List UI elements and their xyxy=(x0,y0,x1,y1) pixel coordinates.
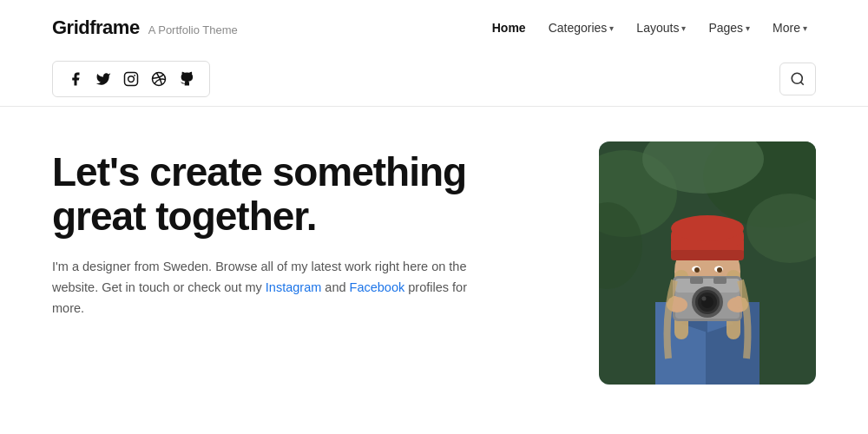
dribbble-icon[interactable] xyxy=(147,67,171,91)
nav-pages[interactable]: Pages ▾ xyxy=(700,16,759,40)
search-icon xyxy=(790,71,806,87)
toolbar xyxy=(0,52,868,107)
facebook-icon[interactable] xyxy=(63,67,88,91)
instagram-icon[interactable] xyxy=(119,67,143,91)
nav-categories[interactable]: Categories ▾ xyxy=(540,16,623,40)
brand-tagline: A Portfolio Theme xyxy=(148,23,238,36)
chevron-down-icon: ▾ xyxy=(681,23,686,33)
hero-desc-part2: and xyxy=(321,280,349,294)
hero-image xyxy=(599,141,816,385)
svg-point-2 xyxy=(134,75,135,76)
hero-description: I'm a designer from Sweden. Browse all o… xyxy=(52,257,469,319)
svg-rect-39 xyxy=(713,277,727,284)
svg-point-1 xyxy=(128,76,135,82)
chevron-down-icon: ▾ xyxy=(803,23,807,33)
instagram-link[interactable]: Instagram xyxy=(266,280,321,294)
hero-section: Let's create something great together. I… xyxy=(0,107,868,411)
svg-point-37 xyxy=(702,297,707,301)
hero-title: Let's create something great together. xyxy=(52,150,538,238)
chevron-down-icon: ▾ xyxy=(609,23,614,33)
svg-point-24 xyxy=(671,215,744,241)
svg-line-5 xyxy=(800,82,803,84)
facebook-link[interactable]: Facebook xyxy=(350,280,405,294)
github-icon[interactable] xyxy=(174,67,199,91)
social-icons-bar xyxy=(52,61,210,97)
nav-home[interactable]: Home xyxy=(483,16,535,40)
svg-point-28 xyxy=(694,267,700,273)
svg-rect-0 xyxy=(125,73,138,86)
main-nav: Home Categories ▾ Layouts ▾ Pages ▾ More… xyxy=(483,16,816,40)
nav-more[interactable]: More ▾ xyxy=(764,16,816,40)
brand: Gridframe A Portfolio Theme xyxy=(52,16,238,39)
svg-point-29 xyxy=(717,267,722,273)
svg-rect-25 xyxy=(671,250,744,260)
nav-layouts[interactable]: Layouts ▾ xyxy=(628,16,694,40)
hero-photo-svg xyxy=(599,141,816,385)
svg-point-4 xyxy=(792,73,802,83)
twitter-icon[interactable] xyxy=(91,67,115,91)
svg-rect-38 xyxy=(690,277,703,284)
chevron-down-icon: ▾ xyxy=(746,23,750,33)
hero-text: Let's create something great together. I… xyxy=(52,141,538,319)
brand-name: Gridframe xyxy=(52,16,140,39)
header: Gridframe A Portfolio Theme Home Categor… xyxy=(0,0,868,52)
search-button[interactable] xyxy=(779,62,816,95)
